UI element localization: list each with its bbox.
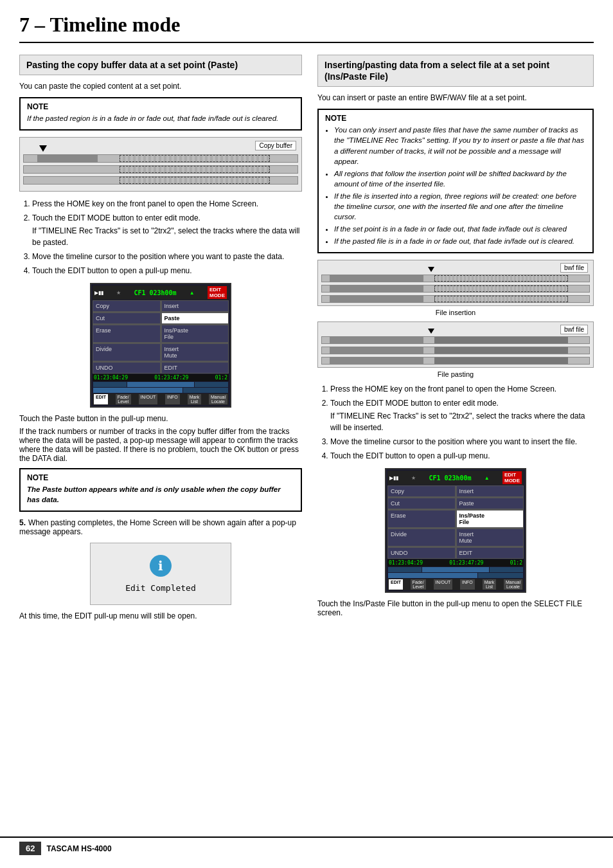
right-note-list: You can only insert and paste files that…	[325, 125, 586, 246]
screen-header-right: ▶▮▮ ★ CF1 023h00m ▲ EDITMODE	[387, 471, 524, 485]
right-note-item-2: All regions that follow the insertion po…	[334, 168, 586, 189]
right-note-item-4: If the set point is in a fade in or fade…	[334, 224, 586, 234]
right-steps: Press the HOME key on the front panel to…	[317, 383, 594, 462]
bwf-diagram-2: bwf file	[317, 321, 594, 368]
menu-insert-mute[interactable]: InsertMute	[161, 343, 229, 361]
bwf-track-1b	[321, 285, 590, 293]
menu-grid-left: Copy Insert Cut Paste Erase Ins/PasteFil…	[93, 300, 229, 374]
after-popup-text: At this time, the EDIT pull-up menu will…	[19, 611, 302, 620]
page: 7 – Timeline mode Pasting the copy buffe…	[0, 0, 613, 868]
bwf-region-2c	[330, 357, 423, 364]
step-3: Move the timeline cursor to the position…	[32, 251, 302, 262]
menu-insert[interactable]: Insert	[161, 300, 229, 312]
footer-inout[interactable]: IN/OUT	[139, 394, 158, 404]
paste-note-text: If the track numbers or number of tracks…	[19, 427, 302, 463]
screen-header-left: ▶▮▮ ★ CF1 023h00m ▲ EDITMODE	[93, 285, 229, 300]
right-note-item-5: If the pasted file is in a fade in or fa…	[334, 236, 586, 246]
step5-text: 5.When pasting completes, the Home Scree…	[19, 518, 302, 536]
left-note2-box: NOTE The Paste button appears white and …	[19, 468, 302, 512]
left-section-intro: You can paste the copied content at a se…	[19, 80, 302, 92]
footer-info[interactable]: INFO	[165, 394, 180, 404]
right-column: Inserting/pasting data from a select fil…	[317, 55, 594, 620]
menu-cut[interactable]: Cut	[93, 312, 161, 324]
menu-ins-paste[interactable]: Ins/PasteFile	[161, 325, 229, 343]
menu-r-insert-mute[interactable]: InsertMute	[456, 529, 524, 547]
track-2	[23, 165, 298, 174]
menu-divide[interactable]: Divide	[93, 343, 161, 361]
bwf-paste-2a	[434, 337, 568, 343]
menu-r-edit[interactable]: EDIT	[456, 547, 524, 559]
footer-r-info[interactable]: INFO	[460, 579, 475, 590]
after-screen-text: Touch the Ins/Paste File button in the p…	[317, 599, 594, 617]
track-3-dashed	[120, 177, 270, 184]
left-screen-mockup: ▶▮▮ ★ CF1 023h00m ▲ EDITMODE Copy Insert…	[90, 283, 231, 408]
menu-erase[interactable]: Erase	[93, 325, 161, 343]
screen-tracks-right	[387, 566, 524, 579]
footer-r-mark[interactable]: MarkList	[483, 579, 497, 590]
left-steps: Press the HOME key on the front panel to…	[19, 198, 302, 276]
menu-r-undo[interactable]: UNDO	[387, 547, 456, 559]
track-2-dashed	[120, 166, 270, 173]
right-note-label: NOTE	[325, 114, 586, 123]
menu-r-divide[interactable]: Divide	[387, 529, 456, 547]
step-2-sub: If "TIMELINE Rec Tracks" is set to "2trx…	[32, 225, 302, 248]
diagram2-caption: File pasting	[317, 370, 594, 378]
bwf-paste-2c	[434, 357, 568, 364]
edit-completed-popup: ℹ Edit Completed	[90, 543, 231, 605]
menu-r-ins-paste[interactable]: Ins/PasteFile	[456, 510, 524, 528]
page-title: 7 – Timeline mode	[19, 13, 594, 43]
left-note-box: NOTE If the pasted region is in a fade i…	[19, 97, 302, 131]
track-3	[23, 176, 298, 185]
footer-mark[interactable]: MarkList	[188, 394, 202, 404]
left-note2-text: The Paste button appears white and is on…	[27, 485, 281, 503]
menu-r-cut[interactable]: Cut	[387, 498, 456, 509]
bwf-paste-2b	[434, 347, 568, 354]
right-section-title: Inserting/pasting data from a select fil…	[317, 55, 594, 87]
bwf-region-1c	[330, 296, 423, 302]
right-screen-mockup: ▶▮▮ ★ CF1 023h00m ▲ EDITMODE Copy Insert…	[385, 468, 526, 593]
two-column-layout: Pasting the copy buffer data at a set po…	[19, 55, 594, 620]
bwf-diagram-1: bwf file	[317, 260, 594, 306]
menu-undo[interactable]: UNDO	[93, 362, 161, 374]
footer-r-edit[interactable]: EDIT	[389, 579, 403, 590]
left-timeline-diagram: Copy buffer	[19, 137, 302, 192]
menu-r-copy[interactable]: Copy	[387, 485, 456, 497]
screen-time-right: CF1 023h00m	[429, 475, 471, 482]
left-note-text: If the pasted region is in a fade in or …	[27, 113, 294, 123]
bwf-track-2a	[321, 336, 590, 344]
step-4: Touch the EDIT button to open a pull-up …	[32, 265, 302, 276]
bwf-region-1b	[330, 285, 423, 292]
menu-copy[interactable]: Copy	[93, 300, 161, 312]
cursor-triangle	[39, 145, 47, 152]
bwf-dashed-1c	[434, 296, 568, 302]
menu-edit[interactable]: EDIT	[161, 362, 229, 374]
track-1-region	[37, 155, 98, 162]
right-step-4: Touch the EDIT button to open a pull-up …	[330, 450, 594, 462]
bwf-dashed-1b	[434, 285, 568, 292]
footer-manual[interactable]: ManualLocate	[209, 394, 227, 404]
edit-mode-badge-left: EDITMODE	[208, 286, 227, 299]
bwf-region-1a	[330, 275, 423, 282]
footer-fade[interactable]: Fade/Level	[116, 394, 131, 404]
right-note-box: NOTE You can only insert and paste files…	[317, 109, 594, 253]
menu-paste[interactable]: Paste	[161, 312, 229, 324]
popup-info-icon: ℹ	[150, 555, 172, 577]
footer-edit[interactable]: EDIT	[94, 394, 108, 404]
footer-r-fade[interactable]: Fade/Level	[411, 579, 426, 590]
left-note2-label: NOTE	[27, 473, 294, 482]
menu-r-insert[interactable]: Insert	[456, 485, 524, 497]
menu-grid-right: Copy Insert Cut Paste Erase Ins/PasteFil…	[387, 485, 524, 559]
screen-footer-right: EDIT Fade/Level IN/OUT INFO MarkList Man…	[387, 579, 524, 590]
right-step-3: Move the timeline cursor to the position…	[330, 436, 594, 448]
page-number-bar: 62 TASCAM HS-4000	[0, 836, 613, 859]
screen-info-row-right: 01:23:04:29 01:23:47:29 01:2	[387, 559, 524, 566]
track-1	[23, 154, 298, 163]
footer-r-manual[interactable]: ManualLocate	[504, 579, 522, 590]
bwf-track-1a	[321, 275, 590, 282]
right-step-2-sub: If "TIMELINE Rec Tracks" is set to "2trx…	[330, 410, 594, 433]
menu-r-paste[interactable]: Paste	[456, 498, 524, 509]
popup-text: Edit Completed	[100, 583, 222, 593]
footer-r-inout[interactable]: IN/OUT	[434, 579, 453, 590]
menu-r-erase[interactable]: Erase	[387, 510, 456, 528]
bwf-cursor-1	[428, 267, 434, 272]
